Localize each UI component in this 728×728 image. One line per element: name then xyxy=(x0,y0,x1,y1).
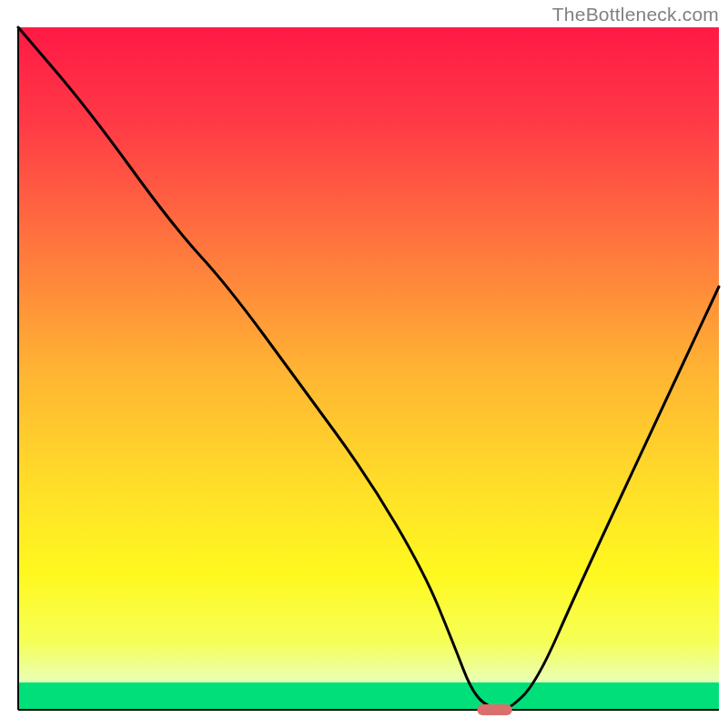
plot-svg xyxy=(0,0,728,728)
gradient-background xyxy=(18,27,719,710)
green-band xyxy=(18,682,719,710)
optimum-marker xyxy=(477,704,512,715)
watermark-text: TheBottleneck.com xyxy=(552,4,719,25)
bottleneck-chart: TheBottleneck.com xyxy=(0,0,728,728)
